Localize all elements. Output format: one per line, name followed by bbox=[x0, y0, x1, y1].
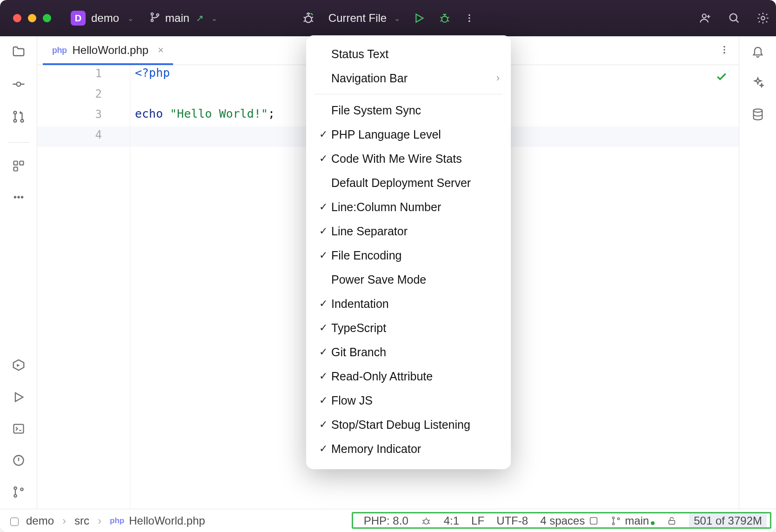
search-icon[interactable] bbox=[728, 12, 741, 25]
notifications-icon[interactable] bbox=[751, 45, 764, 60]
left-toolbar bbox=[0, 36, 37, 509]
commit-tool-icon[interactable] bbox=[12, 77, 26, 93]
menu-item[interactable]: ✓File Encoding bbox=[306, 243, 511, 267]
line-sep-widget[interactable]: LF bbox=[471, 514, 484, 527]
vcs-branch-selector[interactable]: main ↗ ⌄ bbox=[149, 12, 217, 25]
svg-point-28 bbox=[723, 52, 725, 53]
tab-helloworld[interactable]: php HelloWorld.php × bbox=[43, 36, 173, 65]
chevron-down-icon: ⌄ bbox=[394, 14, 400, 23]
more-tools-icon[interactable] bbox=[13, 191, 25, 205]
menu-item-label: File Encoding bbox=[331, 249, 500, 262]
svg-point-1 bbox=[151, 20, 154, 22]
menu-item[interactable]: ✓Line Separator bbox=[306, 219, 511, 243]
svg-point-19 bbox=[17, 196, 19, 198]
project-selector[interactable]: D demo ⌄ bbox=[71, 11, 134, 26]
breadcrumb-seg: demo bbox=[26, 514, 54, 527]
check-icon: ✓ bbox=[315, 298, 331, 310]
more-actions-icon[interactable] bbox=[464, 13, 475, 23]
statusbar: demo › src › php HelloWorld.php PHP: 8.0… bbox=[0, 509, 776, 532]
titlebar-right bbox=[699, 12, 769, 25]
menu-item-label: Stop/Start Debug Listening bbox=[331, 418, 500, 432]
vcs-tool-icon[interactable] bbox=[12, 485, 25, 500]
close-tab-icon[interactable]: × bbox=[158, 44, 164, 56]
menu-item-label: Default Deployment Server bbox=[331, 176, 500, 190]
svg-point-32 bbox=[613, 517, 615, 519]
gutter: 1 2 3 4 bbox=[37, 65, 130, 509]
menu-item[interactable]: ✓Read-Only Attribute bbox=[306, 364, 511, 388]
menu-item[interactable]: ✓Flow JS bbox=[306, 388, 511, 412]
debug-listen-icon[interactable] bbox=[301, 11, 315, 25]
svg-point-11 bbox=[16, 82, 20, 86]
run-button[interactable] bbox=[413, 12, 425, 24]
terminal-tool-icon[interactable] bbox=[12, 422, 25, 437]
svg-point-30 bbox=[424, 519, 428, 524]
svg-point-13 bbox=[13, 120, 16, 122]
menu-item[interactable]: ✓Git Branch bbox=[306, 340, 511, 364]
open-external-icon[interactable]: ↗ bbox=[196, 13, 204, 24]
svg-point-25 bbox=[20, 488, 23, 490]
branch-widget[interactable]: main bbox=[611, 514, 655, 527]
memory-indicator-widget[interactable]: 501 of 3792M bbox=[689, 513, 767, 528]
pull-requests-icon[interactable] bbox=[12, 110, 26, 126]
code-with-me-icon[interactable] bbox=[699, 12, 712, 25]
svg-point-27 bbox=[723, 49, 725, 51]
run-config-label: Current File bbox=[328, 12, 387, 25]
debug-button[interactable] bbox=[438, 12, 451, 25]
line-number: 2 bbox=[74, 87, 102, 100]
encoding-widget[interactable]: UTF-8 bbox=[496, 514, 528, 527]
svg-rect-31 bbox=[590, 517, 597, 524]
menu-item[interactable]: ✓Line:Column Number bbox=[306, 195, 511, 219]
menu-item[interactable]: Power Save Mode bbox=[306, 267, 511, 292]
inspection-ok-icon[interactable] bbox=[716, 71, 728, 85]
settings-icon[interactable] bbox=[756, 12, 769, 25]
line-col-widget[interactable]: 4:1 bbox=[444, 514, 459, 527]
tab-options-icon[interactable] bbox=[719, 45, 729, 57]
menu-item[interactable]: ✓TypeScript bbox=[306, 316, 511, 340]
svg-point-10 bbox=[761, 16, 764, 20]
check-icon: ✓ bbox=[315, 346, 331, 358]
chevron-down-icon: ⌄ bbox=[127, 14, 134, 23]
php-filetype-icon: php bbox=[52, 46, 67, 55]
menu-item-label: Navigation Bar bbox=[331, 72, 496, 85]
tab-filename: HelloWorld.php bbox=[73, 44, 149, 57]
svg-rect-21 bbox=[13, 425, 23, 433]
menu-item[interactable]: ✓Stop/Start Debug Listening bbox=[306, 412, 511, 437]
project-tool-icon[interactable] bbox=[12, 45, 26, 60]
run-configuration-selector[interactable]: Current File ⌄ bbox=[328, 12, 400, 25]
menu-item-label: Flow JS bbox=[331, 394, 500, 407]
structure-tool-icon[interactable] bbox=[12, 160, 25, 174]
menu-item-label: Code With Me Wire Stats bbox=[331, 152, 500, 166]
breadcrumb[interactable]: demo › src › php HelloWorld.php bbox=[0, 514, 205, 527]
ai-assistant-icon[interactable] bbox=[751, 76, 764, 91]
svg-point-8 bbox=[702, 14, 706, 18]
svg-point-7 bbox=[468, 20, 470, 22]
problems-tool-icon[interactable] bbox=[12, 454, 25, 469]
zoom-window-icon[interactable] bbox=[43, 14, 51, 22]
close-window-icon[interactable] bbox=[13, 14, 21, 22]
indent-widget[interactable]: 4 spaces bbox=[540, 514, 599, 527]
menu-item[interactable]: ✓Code With Me Wire Stats bbox=[306, 146, 511, 171]
run-tool-icon[interactable] bbox=[12, 391, 25, 406]
menu-item[interactable]: ✓Indentation bbox=[306, 292, 511, 316]
menu-item[interactable]: Status Text bbox=[306, 42, 511, 66]
minimize-window-icon[interactable] bbox=[28, 14, 36, 22]
readonly-widget[interactable] bbox=[667, 516, 677, 526]
debug-listen-widget[interactable] bbox=[421, 515, 432, 526]
right-toolbar bbox=[739, 36, 776, 509]
check-icon: ✓ bbox=[315, 322, 331, 334]
services-tool-icon[interactable] bbox=[12, 358, 26, 374]
menu-item-label: Read-Only Attribute bbox=[331, 370, 500, 383]
menu-item[interactable]: ✓PHP Language Level bbox=[306, 122, 511, 146]
php-level-widget[interactable]: PHP: 8.0 bbox=[364, 514, 408, 527]
menu-item[interactable]: Navigation Bar› bbox=[306, 66, 511, 90]
svg-point-29 bbox=[753, 109, 762, 112]
menu-item-label: PHP Language Level bbox=[331, 128, 500, 141]
statusbar-right: PHP: 8.0 4:1 LF UTF-8 4 spaces main 501 … bbox=[356, 513, 776, 528]
check-icon: ✓ bbox=[315, 443, 331, 455]
menu-item[interactable]: Default Deployment Server bbox=[306, 171, 511, 195]
window-controls bbox=[13, 14, 51, 22]
menu-item[interactable]: File System Sync bbox=[306, 98, 511, 122]
database-tool-icon[interactable] bbox=[751, 108, 764, 123]
menu-item-label: Git Branch bbox=[331, 346, 500, 359]
menu-item[interactable]: ✓Memory Indicator bbox=[306, 437, 511, 461]
